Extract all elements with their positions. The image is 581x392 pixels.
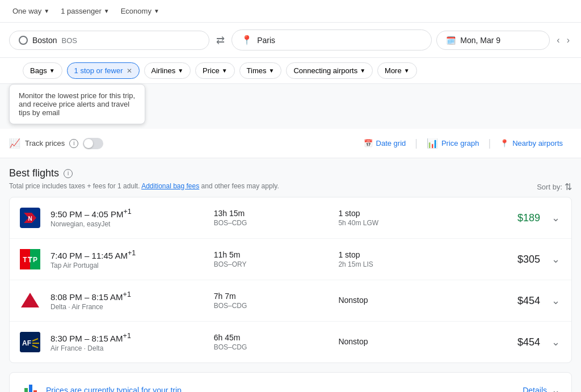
table-row[interactable]: T T P 7:40 PM – 11:45 AM+1 Tap Air Portu… (10, 239, 571, 280)
table-row[interactable]: 8:08 PM – 8:15 AM+1 Delta · Air France 7… (10, 280, 571, 322)
stops-close-icon[interactable]: ✕ (127, 67, 132, 75)
swap-button[interactable]: ⇄ (214, 32, 227, 49)
flight-duration: 6h 45m BOS–CDG (214, 333, 330, 351)
expand-flight-button[interactable]: ⌄ (549, 209, 562, 226)
trip-type-chevron-icon: ▼ (44, 8, 49, 14)
bags-filter[interactable]: Bags ▼ (23, 62, 62, 79)
sort-by-label: Sort by: (537, 183, 562, 191)
date-grid-icon: 📅 (364, 139, 373, 147)
date-input[interactable]: 🗓️ Mon, Mar 9 (436, 31, 550, 50)
flight-duration: 13h 15m BOS–CDG (214, 209, 330, 227)
date-grid-label: Date grid (376, 139, 406, 147)
track-left: 📈 Track prices i (9, 138, 103, 149)
airline-logo: N (19, 206, 41, 229)
best-flights-info-icon[interactable]: i (64, 169, 73, 178)
flight-duration: 7h 7m BOS–CDG (214, 292, 330, 310)
passengers-button[interactable]: 1 passenger ▼ (57, 5, 112, 18)
trending-up-icon: 📈 (9, 138, 20, 149)
air-france-logo: AF (20, 332, 40, 352)
price-graph-button[interactable]: 📊 Price graph (418, 133, 488, 153)
airline-name: Tap Air Portugal (50, 262, 205, 269)
svg-text:N: N (28, 216, 32, 222)
best-flights-title: Best flights i (9, 167, 572, 179)
toggle-knob (84, 139, 93, 148)
flight-stops: 1 stop 5h 40m LGW (338, 209, 454, 227)
cabin-class-chevron-icon: ▼ (154, 8, 159, 14)
prev-date-button[interactable]: ‹ (554, 33, 562, 48)
filters-bar: Bags ▼ 1 stop or fewer ✕ Airlines ▼ Pric… (0, 58, 581, 84)
bags-label: Bags (30, 66, 47, 75)
sort-bar: Sort by: ⇅ (537, 182, 572, 192)
passengers-chevron-icon: ▼ (104, 8, 110, 14)
delta-logo (20, 290, 40, 311)
baggage-fees-link[interactable]: Additional bag fees (141, 182, 199, 190)
expand-flight-button[interactable]: ⌄ (549, 251, 562, 268)
origin-circle-icon (19, 36, 28, 45)
price-alert-text: Prices are currently typical for your tr… (46, 386, 184, 392)
more-chevron-icon: ▼ (404, 68, 410, 74)
search-bar: Boston BOS ⇄ 📍 Paris 🗓️ Mon, Mar 9 ‹ › (0, 23, 581, 58)
price-graph-label: Price graph (441, 139, 479, 147)
svg-text:P: P (33, 256, 37, 264)
nearby-airports-button[interactable]: 📍 Nearby airports (491, 134, 572, 152)
date-navigation: ‹ › (554, 33, 572, 48)
next-date-button[interactable]: › (565, 33, 572, 48)
flight-price: $305 (463, 254, 540, 265)
stops-filter[interactable]: 1 stop or fewer ✕ (67, 62, 140, 79)
more-filter[interactable]: More ▼ (377, 62, 417, 79)
price-label: Price (203, 66, 220, 75)
tooltip: Monitor the lowest price for this trip, … (9, 84, 145, 124)
airlines-label: Airlines (151, 66, 176, 75)
times-main: 8:08 PM – 8:15 AM+1 (50, 290, 205, 302)
track-prices-info-icon[interactable]: i (69, 139, 78, 148)
price-typical-highlight: typical for your trip. (116, 386, 183, 392)
expand-flight-button[interactable]: ⌄ (549, 334, 562, 351)
track-right: 📅 Date grid | 📊 Price graph | 📍 Nearby a… (355, 133, 572, 153)
flight-price: $454 (463, 336, 540, 348)
top-bar: One way ▼ 1 passenger ▼ Economy ▼ (0, 0, 581, 23)
times-label: Times (247, 66, 267, 75)
price-filter[interactable]: Price ▼ (195, 62, 235, 79)
price-typical-icon (19, 382, 39, 392)
flight-times: 9:50 PM – 4:05 PM+1 Norwegian, easyJet (50, 208, 205, 228)
origin-code: BOS (61, 36, 77, 45)
flight-stops: Nonstop (338, 337, 454, 347)
trip-type-button[interactable]: One way ▼ (9, 5, 53, 18)
trip-type-label: One way (12, 7, 41, 15)
track-prices-toggle[interactable] (83, 138, 103, 149)
times-filter[interactable]: Times ▼ (239, 62, 282, 79)
details-button[interactable]: Details (523, 386, 547, 392)
flight-times: 8:30 PM – 8:15 AM+1 Air France · Delta (50, 332, 205, 352)
expand-flight-button[interactable]: ⌄ (549, 292, 562, 309)
flight-route: BOS–ORY (214, 260, 330, 268)
flight-times: 7:40 PM – 11:45 AM+1 Tap Air Portugal (50, 249, 205, 269)
svg-text:T: T (28, 256, 32, 264)
sort-icon[interactable]: ⇅ (565, 182, 572, 192)
airlines-filter[interactable]: Airlines ▼ (144, 62, 191, 79)
date-grid-button[interactable]: 📅 Date grid (355, 134, 415, 152)
destination-input[interactable]: 📍 Paris (231, 29, 432, 50)
airline-name: Air France · Delta (50, 344, 205, 352)
tooltip-text: Monitor the lowest price for this trip, … (19, 91, 135, 117)
times-chevron-icon: ▼ (269, 68, 275, 74)
svg-text:AF: AF (22, 339, 31, 347)
table-row[interactable]: AF 8:30 PM – 8:15 AM+1 Air France · Delt… (10, 322, 571, 363)
date-value: Mon, Mar 9 (460, 36, 500, 45)
price-alert-left: Prices are currently typical for your tr… (19, 382, 184, 392)
calendar-icon: 🗓️ (446, 36, 456, 45)
price-chevron-icon: ▼ (222, 68, 228, 74)
table-row[interactable]: N 9:50 PM – 4:05 PM+1 Norwegian, easyJet… (10, 197, 571, 239)
passengers-label: 1 passenger (61, 7, 102, 15)
flight-route: BOS–CDG (214, 219, 330, 227)
connecting-airports-filter[interactable]: Connecting airports ▼ (286, 62, 373, 79)
price-alert-expand-button[interactable]: ⌄ (549, 382, 562, 392)
tap-logo: T T P (20, 249, 40, 269)
destination-pin-icon: 📍 (241, 35, 252, 45)
origin-value: Boston BOS (32, 36, 77, 45)
origin-input[interactable]: Boston BOS (9, 31, 209, 50)
bags-chevron-icon: ▼ (49, 68, 55, 74)
track-prices-label: Track prices (25, 139, 65, 147)
airline-logo: T T P (19, 248, 41, 271)
cabin-class-button[interactable]: Economy ▼ (117, 5, 163, 18)
times-main: 7:40 PM – 11:45 AM+1 (50, 249, 205, 260)
